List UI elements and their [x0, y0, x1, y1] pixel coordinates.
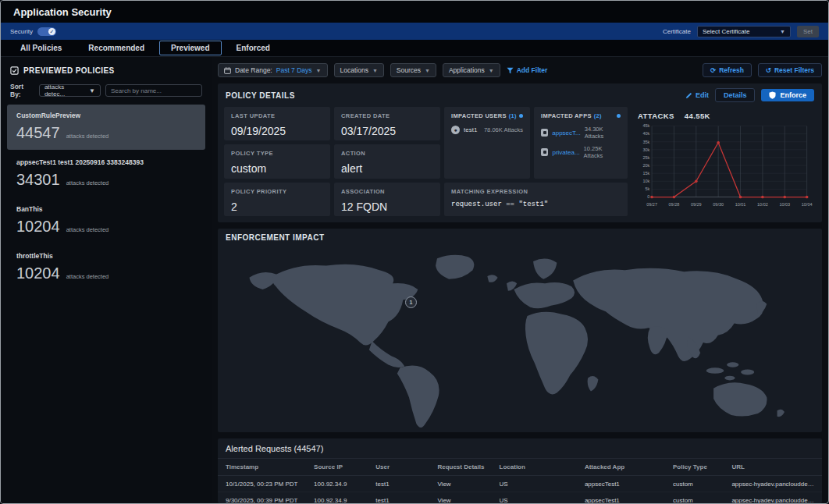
svg-text:10/01: 10/01: [735, 202, 746, 207]
field-label: ACTION: [341, 150, 433, 157]
tab-recommended[interactable]: Recommended: [76, 41, 156, 55]
reset-filters-label: Reset Filters: [774, 66, 814, 74]
details-button[interactable]: Details: [715, 88, 756, 102]
policy-details-panel: POLICY DETAILS Edit Details Enforce: [218, 83, 822, 222]
policy-list-item[interactable]: BanThis10204attacks detected: [7, 198, 205, 243]
filter-label: Applications: [449, 66, 485, 74]
field-label: POLICY TYPE: [231, 150, 323, 157]
enforce-label: Enforce: [780, 91, 806, 99]
table-cell-link[interactable]: View: [437, 497, 499, 504]
world-map-svg: [222, 247, 817, 428]
policy-name: BanThis: [16, 205, 196, 213]
policy-list-item[interactable]: CustomRulePreview44547attacks detected: [7, 105, 205, 150]
title-bar: Application Security: [1, 1, 828, 23]
refresh-label: Refresh: [719, 66, 744, 74]
policy-name: throttleThis: [16, 252, 196, 260]
matching-expression-value: request.user == "test1": [451, 201, 621, 208]
policy-attack-suffix: attacks detected: [66, 226, 109, 233]
enforcement-impact-title: ENFORCEMENT IMPACT: [226, 233, 325, 242]
field-policy-priority: POLICY PRIORITY 2: [224, 183, 330, 216]
certificate-select[interactable]: Select Certificate ▼: [697, 26, 791, 37]
table-cell: US: [500, 497, 585, 504]
pencil-icon: [685, 92, 692, 99]
sources-filter[interactable]: Sources▼: [390, 63, 436, 77]
column-header: Source IP: [314, 463, 375, 470]
reset-filters-button[interactable]: ↺ Reset Filters: [758, 63, 822, 77]
refresh-button[interactable]: ⟳ Refresh: [703, 63, 752, 77]
svg-text:25k: 25k: [642, 155, 649, 160]
policy-name: CustomRulePreview: [16, 112, 196, 119]
field-label: POLICY PRIORITY: [231, 188, 323, 195]
field-value: 12 FQDN: [341, 201, 433, 213]
impacted-user-name: test1: [464, 126, 477, 133]
policy-list-item[interactable]: throttleThis10204attacks detected: [7, 245, 205, 290]
applications-filter[interactable]: Applications▼: [443, 63, 500, 77]
impacted-users-label: IMPACTED USERS: [451, 112, 507, 119]
policy-details-title: POLICY DETAILS: [226, 91, 295, 100]
svg-text:20k: 20k: [642, 163, 649, 168]
table-cell-link[interactable]: appsec-hyadev.panclouddev.com: [731, 497, 814, 504]
table-cell: test1: [375, 481, 437, 488]
impacted-user-attacks: 78.06K Attacks: [484, 126, 523, 133]
chevron-down-icon: ▼: [372, 68, 378, 73]
field-action: ACTION alert: [334, 144, 440, 178]
policy-attack-suffix: attacks detected: [66, 179, 109, 186]
tab-enforced[interactable]: Enforced: [225, 41, 282, 55]
calendar-icon: [224, 67, 231, 74]
world-map[interactable]: 1: [218, 247, 822, 432]
date-range-filter[interactable]: Date Range: Past 7 Days ▼: [218, 63, 328, 77]
info-dot-icon[interactable]: [519, 114, 523, 118]
page-title: Application Security: [13, 6, 112, 18]
attacks-chart-title: ATTACKS: [638, 112, 674, 120]
tab-all-policies[interactable]: All Policies: [9, 41, 73, 55]
field-created-date: CREATED DATE 03/17/2025: [334, 107, 440, 140]
alerted-requests-table: TimestampSource IPUserRequest DetailsLoc…: [218, 459, 822, 503]
svg-text:10k: 10k: [642, 179, 649, 183]
chevron-down-icon: ▼: [316, 68, 322, 73]
shield-icon: [769, 91, 776, 99]
enforce-button[interactable]: Enforce: [761, 89, 814, 101]
attacks-total: 44.55K: [685, 112, 710, 120]
svg-text:09/28: 09/28: [669, 202, 680, 207]
edit-button[interactable]: Edit: [685, 91, 709, 99]
set-certificate-button[interactable]: Set: [797, 26, 819, 37]
svg-text:30k: 30k: [642, 147, 649, 152]
column-header: Policy Type: [673, 463, 731, 470]
svg-text:09/30: 09/30: [713, 202, 724, 207]
impacted-app-link[interactable]: appsecT...: [552, 130, 580, 137]
policy-list-item[interactable]: appsecTest1 test1 20250916 3383248393343…: [7, 151, 205, 197]
policy-attack-suffix: attacks detected: [66, 133, 109, 140]
impacted-app-link[interactable]: privatea...: [552, 149, 579, 156]
sort-select[interactable]: attacks detec... ▼: [39, 84, 101, 97]
svg-text:10/02: 10/02: [757, 202, 768, 207]
svg-text:09/29: 09/29: [691, 202, 702, 207]
security-toggle[interactable]: ✓: [37, 27, 56, 36]
table-header-row: TimestampSource IPUserRequest DetailsLoc…: [218, 459, 822, 476]
field-association: ASSOCIATION 12 FQDN: [334, 183, 440, 216]
column-header: Location: [500, 463, 585, 470]
field-value: alert: [341, 162, 433, 175]
chevron-down-icon: ▼: [425, 68, 430, 73]
field-value: custom: [231, 162, 323, 175]
tab-previewed[interactable]: Previewed: [159, 41, 221, 55]
search-input[interactable]: [105, 84, 202, 97]
field-value: 09/19/2025: [231, 125, 323, 137]
table-cell: custom: [673, 481, 731, 488]
field-last-update: LAST UPDATE 09/19/2025: [224, 107, 330, 140]
chevron-down-icon: ▼: [89, 87, 95, 94]
refresh-icon: ⟳: [710, 66, 716, 74]
locations-filter[interactable]: Locations▼: [334, 63, 384, 77]
table-cell-link[interactable]: View: [437, 481, 499, 488]
add-filter-button[interactable]: Add Filter: [507, 66, 548, 74]
filter-bar: Date Range: Past 7 Days ▼ Locations▼Sour…: [218, 62, 822, 79]
impacted-app-row: appsecT... 34.30K Attacks: [541, 126, 621, 140]
impacted-users-count: (1): [509, 112, 517, 119]
table-cell: 100.92.34.9: [314, 481, 375, 488]
policy-name: appsecTest1 test1 20250916 3383248393: [16, 158, 196, 166]
table-cell-link[interactable]: appsec-hyadev.panclouddev.com: [731, 481, 814, 488]
impacted-apps-label: IMPACTED APPS: [541, 112, 592, 119]
info-dot-icon[interactable]: [617, 114, 621, 118]
sort-by-label: Sort By:: [10, 83, 34, 98]
app-icon: [541, 148, 548, 156]
attacks-chart-card: ATTACKS 44.55K 05k10k15k20k25k30k35k40k4…: [632, 107, 816, 216]
